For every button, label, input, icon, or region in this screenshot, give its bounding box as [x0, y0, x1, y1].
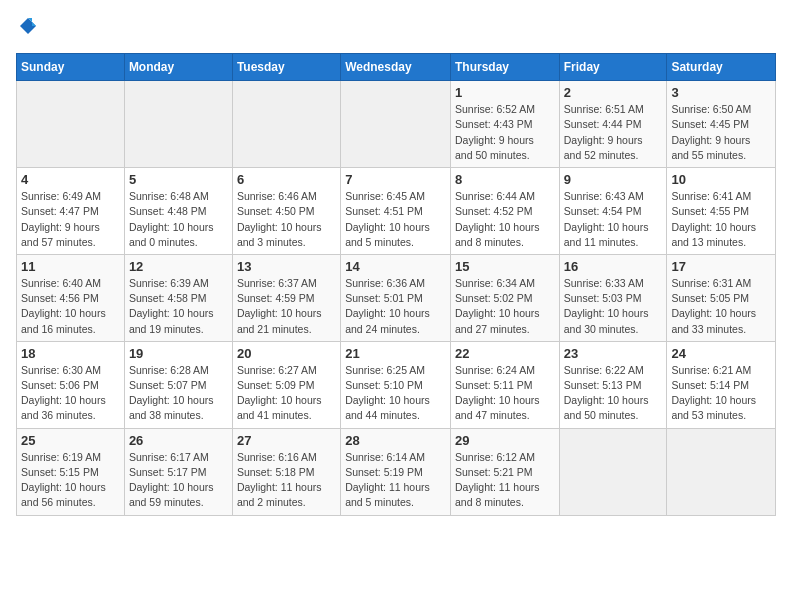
day-number: 13 — [237, 259, 336, 274]
calendar-cell — [17, 81, 125, 168]
day-info: Sunrise: 6:39 AM Sunset: 4:58 PM Dayligh… — [129, 276, 228, 337]
day-number: 11 — [21, 259, 120, 274]
day-number: 14 — [345, 259, 446, 274]
calendar-cell: 20Sunrise: 6:27 AM Sunset: 5:09 PM Dayli… — [232, 341, 340, 428]
calendar-cell: 21Sunrise: 6:25 AM Sunset: 5:10 PM Dayli… — [341, 341, 451, 428]
day-info: Sunrise: 6:27 AM Sunset: 5:09 PM Dayligh… — [237, 363, 336, 424]
weekday-header-monday: Monday — [124, 54, 232, 81]
calendar-cell: 28Sunrise: 6:14 AM Sunset: 5:19 PM Dayli… — [341, 428, 451, 515]
day-info: Sunrise: 6:34 AM Sunset: 5:02 PM Dayligh… — [455, 276, 555, 337]
day-number: 1 — [455, 85, 555, 100]
day-number: 4 — [21, 172, 120, 187]
day-info: Sunrise: 6:51 AM Sunset: 4:44 PM Dayligh… — [564, 102, 663, 163]
calendar-cell — [341, 81, 451, 168]
calendar-header-row: SundayMondayTuesdayWednesdayThursdayFrid… — [17, 54, 776, 81]
day-number: 16 — [564, 259, 663, 274]
calendar-week-5: 25Sunrise: 6:19 AM Sunset: 5:15 PM Dayli… — [17, 428, 776, 515]
calendar-cell: 3Sunrise: 6:50 AM Sunset: 4:45 PM Daylig… — [667, 81, 776, 168]
calendar-cell: 7Sunrise: 6:45 AM Sunset: 4:51 PM Daylig… — [341, 168, 451, 255]
day-number: 28 — [345, 433, 446, 448]
calendar-cell: 5Sunrise: 6:48 AM Sunset: 4:48 PM Daylig… — [124, 168, 232, 255]
calendar-cell: 18Sunrise: 6:30 AM Sunset: 5:06 PM Dayli… — [17, 341, 125, 428]
day-number: 7 — [345, 172, 446, 187]
day-number: 10 — [671, 172, 771, 187]
day-number: 3 — [671, 85, 771, 100]
calendar-cell: 26Sunrise: 6:17 AM Sunset: 5:17 PM Dayli… — [124, 428, 232, 515]
day-info: Sunrise: 6:31 AM Sunset: 5:05 PM Dayligh… — [671, 276, 771, 337]
calendar-cell: 25Sunrise: 6:19 AM Sunset: 5:15 PM Dayli… — [17, 428, 125, 515]
day-number: 21 — [345, 346, 446, 361]
day-info: Sunrise: 6:44 AM Sunset: 4:52 PM Dayligh… — [455, 189, 555, 250]
calendar-cell: 29Sunrise: 6:12 AM Sunset: 5:21 PM Dayli… — [450, 428, 559, 515]
calendar-cell: 16Sunrise: 6:33 AM Sunset: 5:03 PM Dayli… — [559, 254, 667, 341]
day-info: Sunrise: 6:28 AM Sunset: 5:07 PM Dayligh… — [129, 363, 228, 424]
day-info: Sunrise: 6:21 AM Sunset: 5:14 PM Dayligh… — [671, 363, 771, 424]
day-number: 5 — [129, 172, 228, 187]
day-info: Sunrise: 6:52 AM Sunset: 4:43 PM Dayligh… — [455, 102, 555, 163]
weekday-header-wednesday: Wednesday — [341, 54, 451, 81]
calendar-cell: 2Sunrise: 6:51 AM Sunset: 4:44 PM Daylig… — [559, 81, 667, 168]
day-number: 12 — [129, 259, 228, 274]
calendar-cell: 15Sunrise: 6:34 AM Sunset: 5:02 PM Dayli… — [450, 254, 559, 341]
logo — [16, 16, 38, 41]
day-info: Sunrise: 6:36 AM Sunset: 5:01 PM Dayligh… — [345, 276, 446, 337]
day-info: Sunrise: 6:40 AM Sunset: 4:56 PM Dayligh… — [21, 276, 120, 337]
day-number: 25 — [21, 433, 120, 448]
calendar-cell: 6Sunrise: 6:46 AM Sunset: 4:50 PM Daylig… — [232, 168, 340, 255]
calendar-week-3: 11Sunrise: 6:40 AM Sunset: 4:56 PM Dayli… — [17, 254, 776, 341]
day-number: 24 — [671, 346, 771, 361]
day-info: Sunrise: 6:43 AM Sunset: 4:54 PM Dayligh… — [564, 189, 663, 250]
day-info: Sunrise: 6:30 AM Sunset: 5:06 PM Dayligh… — [21, 363, 120, 424]
day-info: Sunrise: 6:25 AM Sunset: 5:10 PM Dayligh… — [345, 363, 446, 424]
day-number: 6 — [237, 172, 336, 187]
logo-icon — [18, 16, 38, 36]
day-number: 9 — [564, 172, 663, 187]
calendar-cell: 19Sunrise: 6:28 AM Sunset: 5:07 PM Dayli… — [124, 341, 232, 428]
day-number: 15 — [455, 259, 555, 274]
calendar-week-2: 4Sunrise: 6:49 AM Sunset: 4:47 PM Daylig… — [17, 168, 776, 255]
day-number: 26 — [129, 433, 228, 448]
calendar-cell: 9Sunrise: 6:43 AM Sunset: 4:54 PM Daylig… — [559, 168, 667, 255]
weekday-header-thursday: Thursday — [450, 54, 559, 81]
day-number: 22 — [455, 346, 555, 361]
calendar-cell: 4Sunrise: 6:49 AM Sunset: 4:47 PM Daylig… — [17, 168, 125, 255]
calendar-week-4: 18Sunrise: 6:30 AM Sunset: 5:06 PM Dayli… — [17, 341, 776, 428]
day-info: Sunrise: 6:37 AM Sunset: 4:59 PM Dayligh… — [237, 276, 336, 337]
calendar-cell: 23Sunrise: 6:22 AM Sunset: 5:13 PM Dayli… — [559, 341, 667, 428]
day-info: Sunrise: 6:41 AM Sunset: 4:55 PM Dayligh… — [671, 189, 771, 250]
day-info: Sunrise: 6:24 AM Sunset: 5:11 PM Dayligh… — [455, 363, 555, 424]
calendar-cell: 14Sunrise: 6:36 AM Sunset: 5:01 PM Dayli… — [341, 254, 451, 341]
calendar-cell: 1Sunrise: 6:52 AM Sunset: 4:43 PM Daylig… — [450, 81, 559, 168]
calendar-cell: 12Sunrise: 6:39 AM Sunset: 4:58 PM Dayli… — [124, 254, 232, 341]
calendar-cell — [232, 81, 340, 168]
day-number: 19 — [129, 346, 228, 361]
day-number: 2 — [564, 85, 663, 100]
weekday-header-sunday: Sunday — [17, 54, 125, 81]
calendar-table: SundayMondayTuesdayWednesdayThursdayFrid… — [16, 53, 776, 515]
day-info: Sunrise: 6:46 AM Sunset: 4:50 PM Dayligh… — [237, 189, 336, 250]
calendar-cell: 13Sunrise: 6:37 AM Sunset: 4:59 PM Dayli… — [232, 254, 340, 341]
calendar-cell — [559, 428, 667, 515]
day-number: 18 — [21, 346, 120, 361]
calendar-body: 1Sunrise: 6:52 AM Sunset: 4:43 PM Daylig… — [17, 81, 776, 515]
day-info: Sunrise: 6:49 AM Sunset: 4:47 PM Dayligh… — [21, 189, 120, 250]
calendar-cell: 10Sunrise: 6:41 AM Sunset: 4:55 PM Dayli… — [667, 168, 776, 255]
day-info: Sunrise: 6:33 AM Sunset: 5:03 PM Dayligh… — [564, 276, 663, 337]
day-info: Sunrise: 6:19 AM Sunset: 5:15 PM Dayligh… — [21, 450, 120, 511]
day-number: 20 — [237, 346, 336, 361]
calendar-cell — [667, 428, 776, 515]
day-info: Sunrise: 6:17 AM Sunset: 5:17 PM Dayligh… — [129, 450, 228, 511]
day-number: 23 — [564, 346, 663, 361]
day-number: 29 — [455, 433, 555, 448]
weekday-header-saturday: Saturday — [667, 54, 776, 81]
calendar-cell: 17Sunrise: 6:31 AM Sunset: 5:05 PM Dayli… — [667, 254, 776, 341]
day-info: Sunrise: 6:14 AM Sunset: 5:19 PM Dayligh… — [345, 450, 446, 511]
day-number: 17 — [671, 259, 771, 274]
day-info: Sunrise: 6:50 AM Sunset: 4:45 PM Dayligh… — [671, 102, 771, 163]
calendar-week-1: 1Sunrise: 6:52 AM Sunset: 4:43 PM Daylig… — [17, 81, 776, 168]
weekday-header-friday: Friday — [559, 54, 667, 81]
weekday-header-tuesday: Tuesday — [232, 54, 340, 81]
calendar-cell: 22Sunrise: 6:24 AM Sunset: 5:11 PM Dayli… — [450, 341, 559, 428]
page-header — [16, 16, 776, 41]
calendar-cell: 24Sunrise: 6:21 AM Sunset: 5:14 PM Dayli… — [667, 341, 776, 428]
